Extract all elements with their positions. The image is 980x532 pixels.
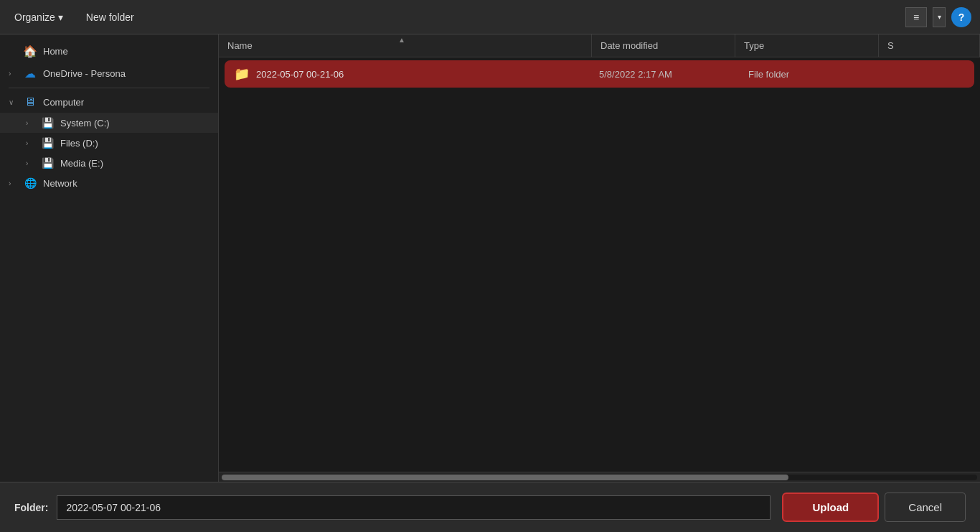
view-dropdown-button[interactable]: ▾ — [933, 7, 946, 27]
chevron-right-icon: › — [26, 159, 34, 167]
scrollbar-thumb[interactable] — [222, 475, 788, 480]
help-label: ? — [958, 11, 965, 23]
sidebar-item-label: Media (E:) — [60, 158, 209, 169]
view-icon: ≡ — [913, 11, 919, 23]
toolbar-right: ≡ ▾ ? — [905, 7, 971, 27]
file-type: File folder — [748, 69, 892, 80]
col-header-name[interactable]: Name — [219, 34, 592, 57]
chevron-right-icon: › — [26, 139, 34, 147]
file-list: 📁 2022-05-07 00-21-06 5/8/2022 2:17 AM F… — [219, 57, 980, 472]
help-button[interactable]: ? — [951, 7, 971, 27]
col-size-label: S — [887, 40, 894, 51]
sidebar-item-label: Home — [43, 46, 209, 57]
chevron-right-icon: › — [26, 119, 34, 127]
action-buttons: Upload Cancel — [782, 493, 966, 522]
separator — [9, 88, 209, 88]
col-header-type[interactable]: Type — [735, 34, 879, 57]
file-name: 2022-05-07 00-21-06 — [256, 69, 593, 80]
col-date-label: Date modified — [600, 40, 658, 51]
sidebar-item-onedrive[interactable]: › ☁ OneDrive - Persona — [0, 62, 218, 85]
col-name-label: Name — [227, 40, 253, 51]
cancel-button[interactable]: Cancel — [885, 493, 966, 522]
sidebar-item-label: OneDrive - Persona — [43, 68, 209, 79]
chevron-right-icon: › — [9, 179, 17, 187]
upload-button[interactable]: Upload — [782, 493, 879, 522]
onedrive-icon: ☁ — [23, 67, 37, 80]
folder-row: Folder: — [14, 495, 771, 520]
organize-label: Organize — [14, 11, 55, 23]
file-area: ▲ Name Date modified Type S 📁 2022-05-07… — [219, 34, 980, 482]
horizontal-scrollbar[interactable] — [219, 472, 980, 482]
organize-arrow: ▾ — [58, 11, 63, 23]
scrollbar-track — [222, 475, 977, 480]
sidebar-item-computer[interactable]: ∨ 🖥 Computer — [0, 91, 218, 113]
folder-input[interactable] — [57, 495, 771, 520]
bottom-section: Folder: Upload Cancel — [0, 482, 980, 532]
new-folder-button[interactable]: New folder — [80, 9, 140, 26]
sidebar-item-label: Network — [43, 178, 209, 189]
chevron-down-icon: ∨ — [9, 98, 17, 106]
organize-button[interactable]: Organize ▾ — [9, 9, 69, 26]
sidebar-item-media-e[interactable]: › 💾 Media (E:) — [0, 153, 218, 173]
col-header-size[interactable]: S — [879, 34, 980, 57]
new-folder-label: New folder — [86, 11, 134, 23]
drive-c-icon: 💾 — [40, 117, 55, 129]
table-row[interactable]: 📁 2022-05-07 00-21-06 5/8/2022 2:17 AM F… — [225, 60, 974, 88]
network-icon: 🌐 — [23, 177, 37, 189]
sidebar-item-home[interactable]: 🏠 Home — [0, 40, 218, 62]
file-date: 5/8/2022 2:17 AM — [599, 69, 743, 80]
toolbar-left: Organize ▾ New folder — [9, 9, 140, 26]
sidebar-item-label: Computer — [43, 97, 209, 108]
home-icon: 🏠 — [23, 45, 37, 58]
drive-e-icon: 💾 — [40, 157, 55, 169]
view-button[interactable]: ≡ — [905, 7, 927, 27]
chevron-right-icon: › — [9, 70, 17, 78]
folder-icon: 📁 — [233, 66, 250, 82]
folder-label: Folder: — [14, 502, 48, 513]
sidebar-item-system-c[interactable]: › 💾 System (C:) — [0, 113, 218, 133]
toolbar: Organize ▾ New folder ≡ ▾ ? — [0, 0, 980, 34]
column-headers: ▲ Name Date modified Type S — [219, 34, 980, 57]
upload-label: Upload — [812, 501, 849, 513]
dropdown-arrow-icon: ▾ — [938, 13, 941, 21]
sidebar-item-network[interactable]: › 🌐 Network — [0, 173, 218, 193]
sidebar-item-label: System (C:) — [60, 118, 209, 129]
main-content: 🏠 Home › ☁ OneDrive - Persona ∨ 🖥 Comput… — [0, 34, 980, 482]
cancel-label: Cancel — [908, 501, 942, 513]
col-header-date[interactable]: Date modified — [592, 34, 735, 57]
drive-d-icon: 💾 — [40, 137, 55, 149]
sidebar: 🏠 Home › ☁ OneDrive - Persona ∨ 🖥 Comput… — [0, 34, 219, 482]
sidebar-item-label: Files (D:) — [60, 138, 209, 149]
sidebar-item-files-d[interactable]: › 💾 Files (D:) — [0, 133, 218, 153]
col-type-label: Type — [744, 40, 764, 51]
computer-icon: 🖥 — [23, 95, 37, 108]
